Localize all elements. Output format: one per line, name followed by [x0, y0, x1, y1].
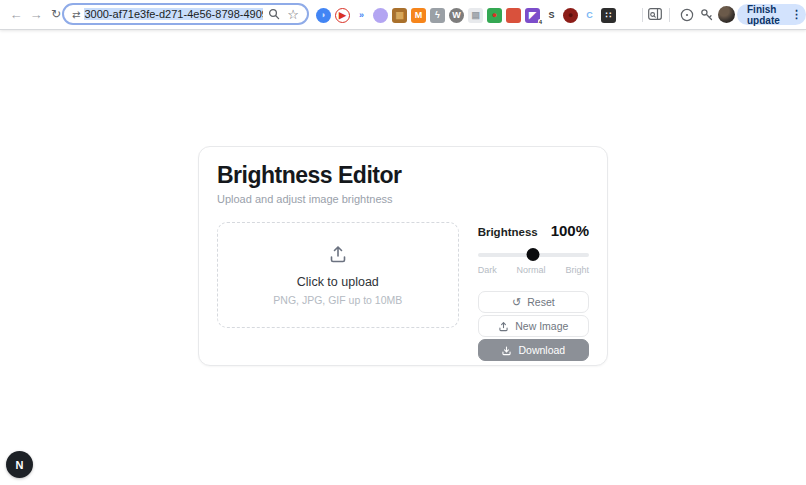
- toolbar-divider: [642, 8, 643, 22]
- bookmark-star-icon[interactable]: ☆: [285, 6, 301, 22]
- url-selected-text: 3000-af71e3fe-d271-4e56-8798-4909f6ec4cb…: [84, 8, 263, 20]
- utility-circle-icon[interactable]: [678, 6, 695, 23]
- new-image-upload-icon: [498, 321, 509, 332]
- darkred-circle-extension-icon[interactable]: ●: [563, 8, 578, 23]
- profile-avatar[interactable]: [718, 6, 735, 23]
- new-image-label: New Image: [515, 320, 568, 332]
- back-button[interactable]: ←: [6, 4, 26, 24]
- checkered-extension-icon[interactable]: ∷: [601, 8, 616, 23]
- document-extension-icon[interactable]: ▤: [468, 8, 483, 23]
- brightness-label: Brightness: [478, 226, 538, 238]
- upload-cta-text: Click to upload: [297, 275, 379, 289]
- crescent-extension-icon[interactable]: C: [582, 8, 597, 23]
- finish-update-button[interactable]: Finish update ⋮: [737, 4, 806, 25]
- brightness-slider[interactable]: [478, 248, 589, 261]
- flash-extension-icon[interactable]: ϟ: [430, 8, 445, 23]
- forward-button[interactable]: →: [26, 4, 46, 24]
- volume-extension-icon[interactable]: »: [354, 8, 369, 23]
- finish-update-label: Finish update: [747, 4, 786, 26]
- blue-swirl-extension-icon[interactable]: ◗: [316, 8, 331, 23]
- purple-blob-extension-icon[interactable]: [373, 8, 388, 23]
- record-green-extension-icon[interactable]: ●: [487, 8, 502, 23]
- controls-panel: Brightness 100% Dark Normal Bright ↺ Res…: [478, 222, 589, 361]
- download-label: Download: [518, 344, 565, 356]
- upload-icon: [328, 244, 348, 268]
- scale-bright-label: Bright: [565, 265, 589, 275]
- reset-icon: ↺: [512, 296, 521, 309]
- scale-dark-label: Dark: [478, 265, 497, 275]
- toolbar-divider: [669, 8, 670, 22]
- upload-hint-text: PNG, JPG, GIF up to 10MB: [273, 294, 402, 306]
- address-bar[interactable]: ⇄ 3000-af71e3fe-d271-4e56-8798-4909f6ec4…: [62, 3, 309, 25]
- page-title: Brightness Editor: [217, 162, 589, 189]
- download-icon: [501, 345, 512, 356]
- slider-scale: Dark Normal Bright: [478, 265, 589, 275]
- side-panel-search-icon[interactable]: [646, 6, 663, 23]
- w-extension-icon[interactable]: W: [449, 8, 464, 23]
- site-info-icon[interactable]: ⇄: [72, 9, 80, 20]
- extensions-row: ◗▶»▦MϟW▤●◤4S●C∷: [316, 7, 616, 23]
- purple-square-extension-icon[interactable]: ◤4: [525, 8, 540, 23]
- bronze-extension-icon[interactable]: ▦: [392, 8, 407, 23]
- n-floating-badge[interactable]: N: [6, 451, 33, 478]
- scale-normal-label: Normal: [517, 265, 546, 275]
- red-square-extension-icon[interactable]: [506, 8, 521, 23]
- screen-record-extension-icon[interactable]: ▶: [335, 8, 350, 23]
- password-key-icon[interactable]: [698, 6, 715, 23]
- url-input[interactable]: 3000-af71e3fe-d271-4e56-8798-4909f6ec4cb…: [84, 8, 263, 20]
- brightness-editor-card: Brightness Editor Upload and adjust imag…: [198, 146, 608, 366]
- new-image-button[interactable]: New Image: [478, 315, 589, 337]
- metamask-icon[interactable]: M: [411, 8, 426, 23]
- download-button[interactable]: Download: [478, 339, 589, 361]
- browser-toolbar: ← → ↻ ⇄ 3000-af71e3fe-d271-4e56-8798-490…: [0, 0, 806, 30]
- page-content: Brightness Editor Upload and adjust imag…: [0, 31, 806, 485]
- slider-thumb[interactable]: [527, 248, 540, 261]
- reset-button[interactable]: ↺ Reset: [478, 291, 589, 313]
- lens-search-icon[interactable]: [266, 6, 282, 22]
- s-letter-extension-icon[interactable]: S: [544, 8, 559, 23]
- chrome-menu-icon[interactable]: ⋮: [791, 8, 802, 21]
- reset-label: Reset: [527, 296, 554, 308]
- page-subtitle: Upload and adjust image brightness: [217, 193, 589, 205]
- upload-dropzone[interactable]: Click to upload PNG, JPG, GIF up to 10MB: [217, 222, 459, 328]
- brightness-value: 100%: [551, 222, 589, 239]
